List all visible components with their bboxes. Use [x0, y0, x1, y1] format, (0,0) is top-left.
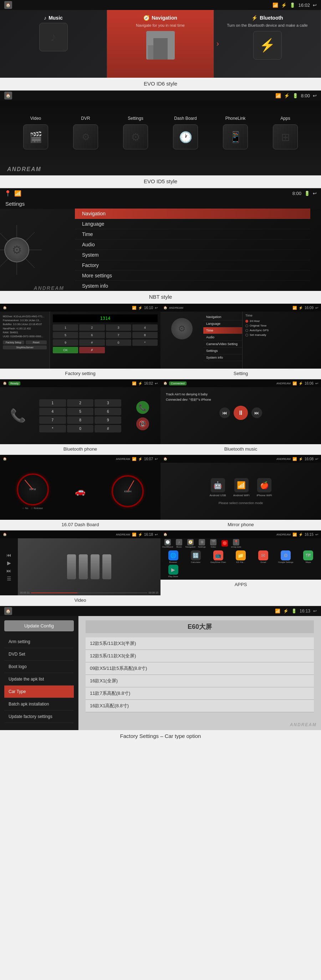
- shortcut-red[interactable]: 🔴: [220, 540, 230, 547]
- play-pause-btn[interactable]: ⏸: [234, 406, 248, 420]
- bt-key-star[interactable]: *: [39, 425, 66, 433]
- video-progress-bar[interactable]: [31, 592, 147, 593]
- key-8[interactable]: 8: [133, 332, 158, 338]
- app-maps[interactable]: 🗺 Maps: [298, 550, 319, 563]
- key-6[interactable]: 6: [79, 332, 104, 338]
- android-wifi-item[interactable]: 📶 Android WiFi: [233, 478, 250, 497]
- apps-icon-item[interactable]: Apps ⊞: [260, 116, 310, 150]
- setting-orig-option[interactable]: Original Time: [245, 323, 318, 328]
- bt-key-4[interactable]: 4: [39, 408, 66, 415]
- dash-back-icon[interactable]: ↩: [155, 457, 158, 461]
- car-option-2[interactable]: 09款X5/11款5系高配(8.8寸): [86, 662, 314, 675]
- home-icon[interactable]: 🏠: [4, 1, 12, 9]
- shortcut-nav[interactable]: 🧭 Navigation: [185, 539, 195, 548]
- video-prev-btn[interactable]: ⏮: [6, 552, 11, 558]
- car-option-1[interactable]: 12款5系/11款X3(全屏): [86, 650, 314, 662]
- nbt-menu-sysinfo[interactable]: System info: [75, 281, 310, 291]
- car-option-4[interactable]: 11款7系高配(8.8寸): [86, 687, 314, 700]
- bt-key-7[interactable]: 7: [39, 416, 66, 424]
- video-next-btn[interactable]: ⏭: [6, 568, 11, 574]
- settings-icon-item[interactable]: Settings ⚙: [110, 116, 161, 150]
- setting-audio-item[interactable]: Audio: [203, 334, 242, 341]
- setting-nav-item[interactable]: Navigation: [203, 314, 242, 320]
- nbt-menu-time[interactable]: Time: [75, 229, 310, 240]
- dvr-icon-item[interactable]: DVR ⚙: [61, 116, 110, 150]
- app-easydrive[interactable]: 📺 EasyDrive Chan: [208, 550, 228, 563]
- key-5[interactable]: 5: [53, 332, 78, 338]
- dashboard-icon-item[interactable]: Dash Board 🕐: [161, 116, 211, 150]
- setting-24h-option[interactable]: 24 Hour: [245, 319, 318, 323]
- key-4[interactable]: 4: [133, 325, 158, 331]
- app-gmail[interactable]: ✉ Gmail: [253, 550, 274, 563]
- bt-key-3[interactable]: 3: [94, 399, 121, 407]
- nbt-menu-factory[interactable]: Factory: [75, 260, 310, 270]
- update-config-btn[interactable]: Update Config: [4, 620, 74, 632]
- setting-lang-item[interactable]: Language: [203, 320, 242, 327]
- factory-reset-btn[interactable]: Reset: [26, 340, 47, 344]
- video-back-icon[interactable]: ↩: [155, 533, 158, 536]
- video-list-btn[interactable]: ☰: [7, 576, 11, 581]
- shortcut-dashboard[interactable]: 🕐 DashBoard: [163, 539, 172, 548]
- key-1[interactable]: 1: [53, 325, 78, 331]
- app-google-settings[interactable]: ⚙ Google Settings: [275, 550, 296, 563]
- setting-sysinfo-item[interactable]: System info: [203, 354, 242, 361]
- android-usb-item[interactable]: 🤖 Android USB: [209, 478, 226, 497]
- call-reject-btn[interactable]: 📵: [136, 417, 149, 430]
- navigation-card[interactable]: 🧭 Navigation Navigate for you in real ti…: [107, 10, 214, 78]
- factory-update-settings-btn[interactable]: Update factory settings: [4, 711, 74, 723]
- nbt-menu-audio[interactable]: Audio: [75, 240, 310, 250]
- key-hash[interactable]: #: [79, 339, 104, 346]
- evo-id5-home-icon[interactable]: 🏠: [4, 92, 12, 99]
- shortcut-video[interactable]: 🎬 Video: [208, 539, 218, 548]
- bt-music-back-icon[interactable]: ↩: [315, 382, 318, 385]
- setting-camera-item[interactable]: Camera/Video Setting: [203, 341, 242, 348]
- next-btn[interactable]: ⏭: [251, 407, 262, 418]
- setting-autosync-option[interactable]: AutoSync GPS: [245, 328, 318, 332]
- car-option-0[interactable]: 12款5系/11款X3(半屏): [86, 637, 314, 650]
- setting-manual-option[interactable]: Set manually: [245, 332, 318, 337]
- shortcut-music[interactable]: ♪ Music: [174, 539, 184, 548]
- bt-key-6[interactable]: 6: [94, 408, 121, 415]
- nbt-menu-navigation[interactable]: Navigation: [75, 208, 310, 219]
- key-7[interactable]: 7: [106, 332, 131, 338]
- car-option-5[interactable]: 16款X1高配(8.8寸): [86, 700, 314, 712]
- prev-btn[interactable]: ⏮: [219, 407, 230, 418]
- bt-phone-back-icon[interactable]: ↩: [155, 382, 158, 385]
- key-2[interactable]: 2: [79, 325, 104, 331]
- video-icon-item[interactable]: Video 🎬: [11, 116, 61, 150]
- setting-back-icon[interactable]: ↩: [315, 306, 318, 310]
- factory-update-apk-btn[interactable]: Update the apk list: [4, 673, 74, 686]
- key-star[interactable]: *: [133, 339, 158, 346]
- key-ok[interactable]: OK: [53, 347, 78, 353]
- nbt-menu-system[interactable]: System: [75, 250, 310, 260]
- key-cancel[interactable]: ✗: [79, 347, 104, 353]
- car-option-3[interactable]: 16款X1(全屏): [86, 675, 314, 687]
- app-play-store[interactable]: ▶ Play Store: [163, 565, 184, 578]
- factory-settings-home-icon[interactable]: 🏠: [4, 607, 12, 615]
- shortcut-emap[interactable]: 📍 emap.auto: [231, 539, 241, 548]
- factory-setup-btn[interactable]: Factory Setup: [3, 340, 24, 344]
- app-esfile[interactable]: 📁 ES File...: [230, 550, 251, 563]
- phonelink-icon-item[interactable]: PhoneLink 📱: [211, 116, 260, 150]
- evo-id5-back-icon[interactable]: ↩: [313, 93, 317, 99]
- bt-key-5[interactable]: 5: [67, 408, 94, 415]
- factory-stop-btn[interactable]: StopMouServer: [3, 345, 47, 349]
- factory-arm-setting-btn[interactable]: Arm setting: [4, 636, 74, 648]
- factory-car-type-btn[interactable]: Car Type: [4, 686, 74, 698]
- key-9[interactable]: 9: [53, 339, 78, 346]
- bt-key-0[interactable]: 0: [67, 425, 94, 433]
- app-calculator[interactable]: 🔢 Calculator: [185, 550, 206, 563]
- iphone-wifi-item[interactable]: 🍎 iPhone WiFi: [256, 478, 272, 497]
- bt-key-1[interactable]: 1: [39, 399, 66, 407]
- call-accept-btn[interactable]: 📞: [136, 401, 149, 414]
- setting-settings-item[interactable]: Settings: [203, 348, 242, 354]
- factory-boot-logo-btn[interactable]: Boot logo: [4, 660, 74, 673]
- apps-back-icon[interactable]: ↩: [315, 533, 318, 536]
- video-play-btn[interactable]: ▶: [7, 560, 11, 566]
- back-icon[interactable]: ↩: [313, 3, 317, 8]
- key-3[interactable]: 3: [106, 325, 131, 331]
- bt-key-8[interactable]: 8: [67, 416, 94, 424]
- nbt-back-icon[interactable]: ↩: [313, 191, 317, 196]
- shortcut-settings[interactable]: ⚙ Settings: [197, 539, 207, 548]
- bluetooth-card[interactable]: ⚡ Bluetooth Turn on the Bluetooth device…: [214, 10, 321, 78]
